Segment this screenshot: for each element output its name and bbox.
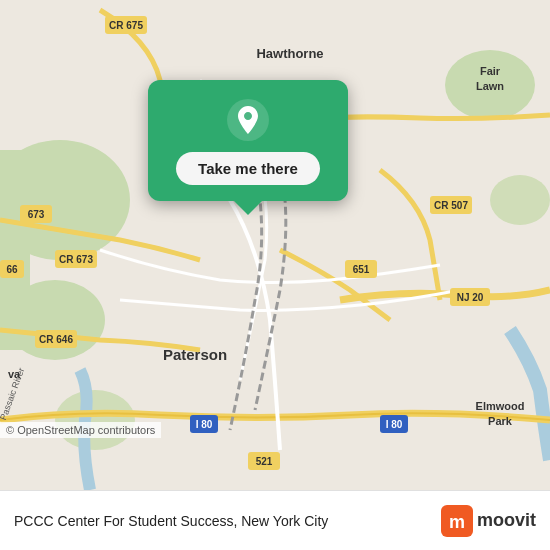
svg-text:Elmwood: Elmwood [476, 400, 525, 412]
svg-text:CR 675: CR 675 [109, 20, 143, 31]
location-title: PCCC Center For Student Success, New Yor… [14, 513, 441, 529]
svg-text:CR 507: CR 507 [434, 200, 468, 211]
svg-point-4 [55, 390, 135, 450]
svg-text:Paterson: Paterson [163, 346, 227, 363]
svg-text:521: 521 [256, 456, 273, 467]
svg-text:va: va [8, 368, 21, 380]
popup-card[interactable]: Take me there [148, 80, 348, 201]
svg-rect-3 [0, 150, 30, 350]
svg-point-6 [490, 175, 550, 225]
svg-text:651: 651 [353, 264, 370, 275]
svg-text:66: 66 [6, 264, 18, 275]
svg-text:673: 673 [28, 209, 45, 220]
svg-text:Park: Park [488, 415, 513, 427]
take-me-there-button[interactable]: Take me there [176, 152, 320, 185]
svg-text:I 80: I 80 [196, 419, 213, 430]
svg-text:NJ 20: NJ 20 [457, 292, 484, 303]
svg-text:I 80: I 80 [386, 419, 403, 430]
moovit-text: moovit [477, 510, 536, 531]
svg-text:Lawn: Lawn [476, 80, 504, 92]
copyright-text: © OpenStreetMap contributors [6, 424, 155, 436]
svg-text:CR 673: CR 673 [59, 254, 93, 265]
copyright-bar: © OpenStreetMap contributors [0, 422, 161, 438]
svg-text:Fair: Fair [480, 65, 501, 77]
bottom-bar: PCCC Center For Student Success, New Yor… [0, 490, 550, 550]
map-svg: CR 675 673 CR 673 CR 646 CR 507 651 NJ 2… [0, 0, 550, 490]
location-pin-icon [226, 98, 270, 142]
moovit-logo: m moovit [441, 505, 536, 537]
moovit-brand-icon: m [441, 505, 473, 537]
svg-text:m: m [449, 512, 465, 532]
svg-text:CR 646: CR 646 [39, 334, 73, 345]
svg-text:Hawthorne: Hawthorne [256, 46, 323, 61]
map-container: CR 675 673 CR 673 CR 646 CR 507 651 NJ 2… [0, 0, 550, 490]
